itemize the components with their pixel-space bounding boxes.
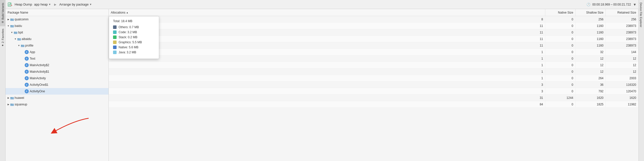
- table-row[interactable]: 840182511982: [109, 101, 638, 108]
- retained-size-header[interactable]: Retained Size: [606, 9, 638, 16]
- package-name-header: Package Name: [8, 11, 28, 14]
- class-badge: C: [25, 89, 29, 93]
- table-cell-shallow: 12: [576, 68, 606, 75]
- sidebar-item-build-variants[interactable]: ⚙ Build Variants: [0, 0, 5, 26]
- table-cell-allocations: 11: [109, 42, 545, 49]
- expand-arrow[interactable]: ▶: [7, 96, 10, 100]
- table-row[interactable]: 101212: [109, 68, 638, 75]
- table-cell-retained: 144: [606, 49, 638, 55]
- table-cell-retained: 11982: [606, 101, 638, 107]
- table-row[interactable]: 31124416201620: [109, 95, 638, 101]
- toolbar-separator: ▶: [54, 3, 56, 6]
- table-row[interactable]: 3036116320: [109, 82, 638, 88]
- table-row[interactable]: 102642003: [109, 75, 638, 82]
- svg-rect-17: [10, 104, 12, 104]
- native-size-label: Native Size: [558, 11, 573, 14]
- allocations-header[interactable]: Allocations ▲: [109, 9, 545, 16]
- tree-row[interactable]: ▶ C MainActivity: [6, 75, 109, 82]
- tree-row[interactable]: ▼ bpit: [6, 29, 109, 36]
- tree-label: profile: [25, 44, 33, 47]
- tree-row[interactable]: ▶ C App: [6, 49, 109, 55]
- table-panel: Allocations ▲ Native Size Shallow Size R…: [109, 9, 638, 161]
- table-cell-retained: 120470: [606, 88, 638, 94]
- right-side-tabs: Device File Explorer: [638, 0, 644, 161]
- svg-rect-15: [10, 97, 12, 98]
- svg-rect-5: [10, 19, 12, 19]
- table-row[interactable]: 1101160238973: [109, 29, 638, 36]
- folder-icon: [10, 24, 14, 28]
- tree-label: qualcomm: [15, 18, 28, 21]
- tree-row[interactable]: ▼ aibaidu: [6, 36, 109, 42]
- table-cell-retained: 238973: [606, 42, 638, 49]
- table-row[interactable]: 1101160238973: [109, 23, 638, 29]
- table-row[interactable]: 80256256: [109, 16, 638, 23]
- expand-arrow[interactable]: ▶: [7, 18, 10, 21]
- table-cell-shallow: 1160: [576, 36, 606, 42]
- table-cell-retained: 256: [606, 16, 638, 22]
- table-row[interactable]: 1101160238973: [109, 42, 638, 49]
- table-cell-allocations: 1: [109, 55, 545, 62]
- table-cell-allocations: 1: [109, 49, 545, 55]
- table-cell-native: 0: [545, 42, 576, 49]
- table-row[interactable]: 1032144: [109, 49, 638, 55]
- tree-panel: Package Name ▶ qualcomm ▼: [6, 9, 109, 161]
- table-header: Allocations ▲ Native Size Shallow Size R…: [109, 9, 638, 16]
- tree-row[interactable]: ▶ huawei: [6, 95, 109, 101]
- class-badge: C: [25, 57, 29, 61]
- table-row[interactable]: 101212: [109, 62, 638, 68]
- tree-row[interactable]: ▶ C ActivityOne$1: [6, 82, 109, 88]
- build-variants-icon: ⚙: [1, 21, 4, 23]
- tree-row[interactable]: ▶ C MainActivity$2: [6, 62, 109, 68]
- table-row[interactable]: 1101160238973: [109, 36, 638, 42]
- native-size-header[interactable]: Native Size: [545, 9, 576, 16]
- expand-arrow[interactable]: ▼: [7, 24, 10, 28]
- table-cell-shallow: 1825: [576, 101, 606, 107]
- svg-rect-7: [10, 25, 12, 26]
- expand-arrow[interactable]: ▼: [17, 44, 21, 47]
- tree-row[interactable]: ▶ C MainActivity$1: [6, 68, 109, 75]
- folder-icon: [14, 31, 18, 34]
- table-cell-allocations: 1: [109, 75, 545, 81]
- table-cell-shallow: 36: [576, 82, 606, 88]
- folder-icon: [10, 96, 14, 100]
- arrange-dropdown[interactable]: Arrange by package ▼: [59, 3, 92, 6]
- main-content: Heap Dump app heap ▼ ▶ Arrange by packag…: [6, 0, 638, 161]
- tree-row[interactable]: ▶ C ActivityOne: [6, 88, 109, 95]
- sidebar-item-favorites[interactable]: ★ 2: Favorites: [0, 26, 5, 49]
- time-range: 00:00:18.969 – 00:00:21.722: [592, 3, 631, 6]
- folder-icon: [17, 37, 21, 41]
- tree-row[interactable]: ▶ qualcomm: [6, 16, 109, 23]
- table-cell-native: 0: [545, 62, 576, 68]
- table-cell-allocations: 1: [109, 62, 545, 68]
- tree-row[interactable]: ▶ squareup: [6, 101, 109, 108]
- expand-arrow[interactable]: ▼: [10, 31, 14, 34]
- tree-body[interactable]: ▶ qualcomm ▼ baidu: [6, 16, 109, 161]
- tree-row[interactable]: ▶ C Text: [6, 55, 109, 62]
- tree-label: baidu: [15, 24, 22, 28]
- table-cell-allocations: 1: [109, 68, 545, 75]
- tree-row[interactable]: ▼ baidu: [6, 23, 109, 29]
- table-row[interactable]: 101212: [109, 55, 638, 62]
- tree-label: ActivityOne: [30, 90, 45, 93]
- sort-arrow: ▲: [126, 11, 128, 14]
- table-cell-shallow: 1160: [576, 23, 606, 29]
- expand-arrow[interactable]: ▶: [7, 103, 10, 106]
- table-cell-retained: 238973: [606, 36, 638, 42]
- content-area: Package Name ▶ qualcomm ▼: [6, 9, 638, 161]
- tree-label: huawei: [15, 96, 24, 100]
- tree-row[interactable]: ▼ profile: [6, 42, 109, 49]
- table-cell-allocations: 3: [109, 82, 545, 88]
- shallow-size-header[interactable]: Shallow Size: [576, 9, 606, 16]
- table-cell-allocations: 84: [109, 101, 545, 107]
- table-cell-shallow: 264: [576, 75, 606, 81]
- app-heap-dropdown[interactable]: app heap ▼: [34, 3, 51, 6]
- table-row[interactable]: 30792120470: [109, 88, 638, 95]
- build-variants-label: Build Variants: [1, 3, 4, 20]
- filter-icon[interactable]: ▼: [633, 3, 636, 7]
- class-badge: C: [25, 70, 29, 74]
- app-heap-label: app heap: [34, 3, 48, 6]
- shallow-size-label: Shallow Size: [586, 11, 603, 14]
- sidebar-item-device-file-explorer[interactable]: Device File Explorer: [639, 0, 644, 30]
- svg-rect-9: [14, 32, 15, 32]
- expand-arrow[interactable]: ▼: [14, 37, 17, 41]
